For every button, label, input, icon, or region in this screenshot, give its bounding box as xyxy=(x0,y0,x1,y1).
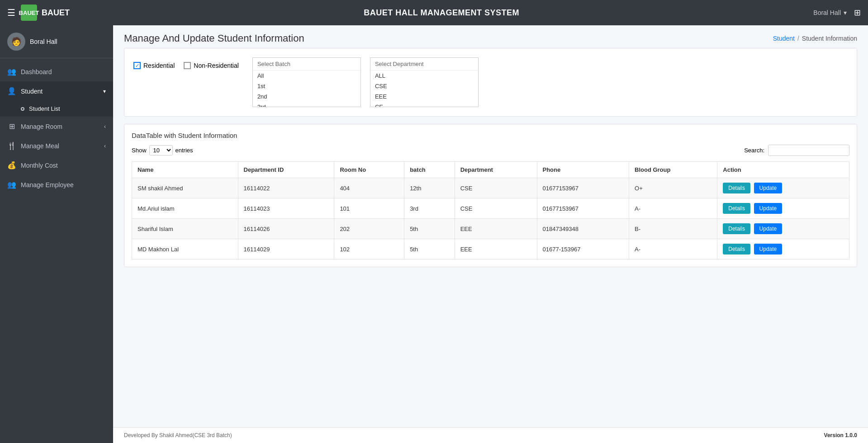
cell-phone: 01677153967 xyxy=(537,178,629,198)
sidebar-item-manage-room[interactable]: ⊞ Manage Room ‹ xyxy=(0,117,113,136)
sidebar-item-manage-employee[interactable]: 👥 Manage Employee xyxy=(0,175,113,194)
monthly-cost-icon: 💰 xyxy=(7,161,16,170)
cell-room-no: 101 xyxy=(334,198,404,219)
residential-checkbox[interactable]: ✓ Residential xyxy=(133,62,175,69)
table-row: Md.Ariul islam 16114023 101 3rd CSE 0167… xyxy=(132,198,849,219)
batch-option-3rd[interactable]: 3rd xyxy=(253,102,360,107)
grid-icon[interactable]: ⊞ xyxy=(854,8,861,18)
brand-logo: BAUET xyxy=(21,5,37,21)
department-select-body[interactable]: ALL CSE EEE CE xyxy=(370,71,478,107)
sidebar-nav-manage-employee[interactable]: 👥 Manage Employee xyxy=(0,175,113,194)
details-button[interactable]: Details xyxy=(723,223,750,234)
cell-dept-id: 16114022 xyxy=(238,178,334,198)
breadcrumb: Student / Student Information xyxy=(773,35,857,42)
table-row: MD Makhon Lal 16114029 102 5th EEE 01677… xyxy=(132,239,849,259)
table-section: DataTable with Student Information Show … xyxy=(124,124,857,267)
sidebar-submenu-item-student-list[interactable]: Student List xyxy=(0,101,113,117)
brand-name: BAUET xyxy=(42,8,70,18)
sidebar-nav-manage-room[interactable]: ⊞ Manage Room ‹ xyxy=(0,117,113,136)
table-controls: Show 10 25 50 100 entries Search: xyxy=(132,145,849,156)
update-button[interactable]: Update xyxy=(754,223,783,234)
user-name: Boral Hall xyxy=(30,38,57,45)
search-box: Search: xyxy=(744,145,849,156)
search-label: Search: xyxy=(744,147,764,154)
update-button[interactable]: Update xyxy=(754,244,783,254)
department-select-header: Select Department xyxy=(370,58,478,71)
cell-room-no: 404 xyxy=(334,178,404,198)
cell-batch: 5th xyxy=(404,219,455,239)
entries-select[interactable]: 10 25 50 100 xyxy=(149,145,173,156)
cell-blood-group: A- xyxy=(629,239,717,259)
hamburger-menu[interactable]: ☰ xyxy=(7,7,15,18)
sidebar-item-dashboard[interactable]: 👥 Dashboard xyxy=(0,62,113,81)
student-arrow-icon: ▾ xyxy=(103,88,106,94)
sidebar-item-manage-meal[interactable]: 🍴 Manage Meal ‹ xyxy=(0,136,113,156)
cell-department: EEE xyxy=(455,239,537,259)
cell-phone: 01847349348 xyxy=(537,219,629,239)
table-row: SM shakil Ahmed 16114022 404 12th CSE 01… xyxy=(132,178,849,198)
table-body: SM shakil Ahmed 16114022 404 12th CSE 01… xyxy=(132,178,849,259)
sidebar-nav-dashboard[interactable]: 👥 Dashboard xyxy=(0,62,113,81)
col-action: Action xyxy=(717,162,849,178)
student-list-item[interactable]: Student List xyxy=(0,101,113,117)
sidebar-label-manage-room: Manage Room xyxy=(21,123,100,130)
cell-phone: 01677153967 xyxy=(537,198,629,219)
content-header: Manage And Update Student Information St… xyxy=(113,25,868,48)
student-submenu: Student List xyxy=(0,101,113,117)
cell-blood-group: B- xyxy=(629,219,717,239)
cell-blood-group: A- xyxy=(629,198,717,219)
navbar-title: BAUET HALL MANAGEMENT SYSTEM xyxy=(70,8,813,18)
residential-checkbox-box[interactable]: ✓ xyxy=(133,62,141,69)
sidebar-item-student[interactable]: 👤 Student ▾ Student List xyxy=(0,81,113,117)
details-button[interactable]: Details xyxy=(723,244,750,254)
sidebar-nav-monthly-cost[interactable]: 💰 Monthly Cost xyxy=(0,156,113,175)
cell-action: Details Update xyxy=(717,198,849,219)
batch-select-header: Select Batch xyxy=(253,58,360,71)
sidebar-nav: 👥 Dashboard 👤 Student ▾ Student List xyxy=(0,58,113,443)
sidebar-label-manage-employee: Manage Employee xyxy=(21,181,106,189)
batch-select-body[interactable]: All 1st 2nd 3rd xyxy=(253,71,360,107)
col-room-no: Room No xyxy=(334,162,404,178)
col-name: Name xyxy=(132,162,238,178)
cell-dept-id: 16114026 xyxy=(238,219,334,239)
filter-section: ✓ Residential Non-Residential Select Bat… xyxy=(124,48,857,117)
navbar-right: Boral Hall ▾ ⊞ xyxy=(813,8,861,18)
dept-option-cse[interactable]: CSE xyxy=(370,81,478,91)
sidebar-label-student: Student xyxy=(21,88,99,95)
non-residential-checkbox[interactable]: Non-Residential xyxy=(184,62,239,69)
sidebar-item-monthly-cost[interactable]: 💰 Monthly Cost xyxy=(0,156,113,175)
sidebar-user: 🧑 Boral Hall xyxy=(0,25,113,58)
cell-batch: 12th xyxy=(404,178,455,198)
search-input[interactable] xyxy=(768,145,849,156)
hall-name: Boral Hall xyxy=(813,9,841,16)
dot-icon xyxy=(21,107,24,111)
table-header-row: Name Department ID Room No batch Departm… xyxy=(132,162,849,178)
hall-dropdown[interactable]: Boral Hall ▾ xyxy=(813,9,847,16)
entries-label: entries xyxy=(175,147,193,154)
batch-select-group: Select Batch All 1st 2nd 3rd xyxy=(252,57,361,107)
hall-dropdown-icon: ▾ xyxy=(844,9,847,16)
sidebar-nav-student[interactable]: 👤 Student ▾ xyxy=(0,81,113,101)
non-residential-checkbox-box[interactable] xyxy=(184,62,191,69)
details-button[interactable]: Details xyxy=(723,183,750,193)
batch-select-wrapper: Select Batch All 1st 2nd 3rd xyxy=(252,57,361,107)
main-content: Manage And Update Student Information St… xyxy=(113,25,868,443)
details-button[interactable]: Details xyxy=(723,203,750,214)
update-button[interactable]: Update xyxy=(754,183,783,193)
sidebar-nav-manage-meal[interactable]: 🍴 Manage Meal ‹ xyxy=(0,136,113,156)
dept-option-eee[interactable]: EEE xyxy=(370,91,478,102)
cell-name: MD Makhon Lal xyxy=(132,239,238,259)
batch-option-2nd[interactable]: 2nd xyxy=(253,91,360,102)
navbar-brand: BAUET BAUET xyxy=(21,5,70,21)
show-label: Show xyxy=(132,147,147,154)
batch-option-all[interactable]: All xyxy=(253,71,360,81)
cell-name: Md.Ariul islam xyxy=(132,198,238,219)
avatar: 🧑 xyxy=(7,33,25,51)
dept-option-ce[interactable]: CE xyxy=(370,102,478,107)
col-batch: batch xyxy=(404,162,455,178)
cell-batch: 3rd xyxy=(404,198,455,219)
dept-option-all[interactable]: ALL xyxy=(370,71,478,81)
breadcrumb-link[interactable]: Student xyxy=(773,35,795,42)
batch-option-1st[interactable]: 1st xyxy=(253,81,360,91)
update-button[interactable]: Update xyxy=(754,203,783,214)
